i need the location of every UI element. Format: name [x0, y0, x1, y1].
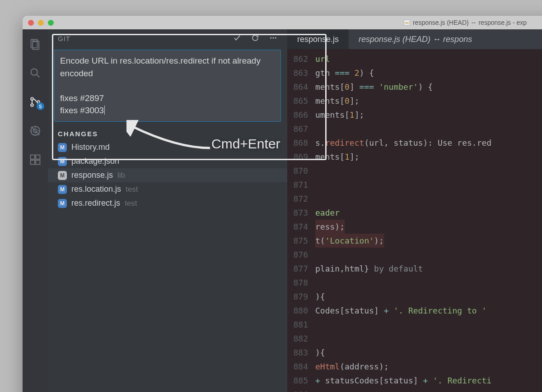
file-icon — [404, 19, 410, 26]
panel-title: GIT — [58, 35, 70, 42]
changed-file-row[interactable]: Mresponse.js lib — [48, 168, 287, 182]
file-name: package.json — [71, 157, 119, 166]
modified-badge-icon: M — [58, 171, 67, 180]
svg-rect-11 — [36, 160, 40, 164]
svg-point-13 — [273, 37, 274, 39]
refresh-icon[interactable] — [251, 34, 259, 43]
line-number-gutter: 8628638648658668678688698708718728738748… — [287, 49, 313, 392]
window-title: response.js (HEAD) ↔ response.js - exp — [23, 19, 542, 26]
source-control-tab[interactable]: 5 — [23, 92, 48, 111]
panel-header: GIT — [48, 29, 287, 48]
svg-point-3 — [31, 97, 33, 100]
file-folder: lib — [117, 171, 125, 180]
svg-point-4 — [31, 104, 33, 106]
commit-message-text: Encode URL in res.location/res.redirect … — [60, 56, 263, 115]
svg-rect-8 — [31, 155, 35, 159]
file-name: History.md — [71, 143, 110, 152]
modified-badge-icon: M — [58, 157, 67, 166]
explorer-tab[interactable] — [23, 35, 48, 54]
modified-badge-icon: M — [58, 199, 67, 208]
svg-rect-10 — [31, 160, 35, 164]
changed-file-row[interactable]: Mpackage.json — [48, 154, 287, 168]
app-window: response.js (HEAD) ↔ response.js - exp 5 — [23, 16, 542, 392]
editor-tab[interactable]: response.js (HEAD) ↔ respons — [349, 29, 482, 49]
file-name: res.redirect.js — [71, 198, 120, 208]
tab-bar: response.jsresponse.js (HEAD) ↔ respons — [287, 29, 542, 49]
file-name: response.js — [71, 171, 113, 180]
editor-area: response.jsresponse.js (HEAD) ↔ respons … — [287, 29, 542, 392]
annotation-label: Cmd+Enter — [211, 136, 280, 152]
commit-message-input[interactable]: Encode URL in res.location/res.redirect … — [54, 50, 281, 122]
title-bar: response.js (HEAD) ↔ response.js - exp — [23, 16, 542, 29]
debug-tab[interactable] — [23, 121, 48, 140]
svg-point-2 — [31, 69, 37, 75]
commit-icon[interactable] — [233, 34, 241, 43]
source-control-panel: GIT Encode URL in res.location/res.redir… — [48, 29, 287, 392]
modified-badge-icon: M — [58, 143, 67, 152]
more-icon[interactable] — [269, 34, 277, 43]
file-name: res.location.js — [71, 184, 121, 194]
editor-tab[interactable]: response.js — [287, 29, 349, 49]
window-controls — [28, 20, 54, 26]
extensions-tab[interactable] — [23, 150, 48, 169]
changed-file-row[interactable]: Mres.location.js test — [48, 182, 287, 196]
code-editor[interactable]: 8628638648658668678688698708718728738748… — [287, 49, 542, 392]
search-tab[interactable] — [23, 64, 48, 83]
scm-badge: 5 — [37, 102, 44, 110]
maximize-icon[interactable] — [48, 20, 54, 26]
modified-badge-icon: M — [58, 185, 67, 194]
changed-file-row[interactable]: Mres.redirect.js test — [48, 196, 287, 210]
minimize-icon[interactable] — [38, 20, 44, 26]
text-cursor — [104, 106, 105, 115]
activity-bar: 5 — [23, 29, 48, 392]
close-icon[interactable] — [28, 20, 34, 26]
svg-rect-9 — [36, 155, 40, 159]
file-folder: test — [125, 199, 137, 208]
svg-point-12 — [270, 37, 271, 39]
file-folder: test — [126, 185, 138, 194]
code-content: urlgth === 2) {ments[0] === 'number') {m… — [313, 49, 542, 392]
svg-point-14 — [275, 37, 276, 39]
window-title-text: response.js (HEAD) ↔ response.js - exp — [413, 19, 527, 26]
